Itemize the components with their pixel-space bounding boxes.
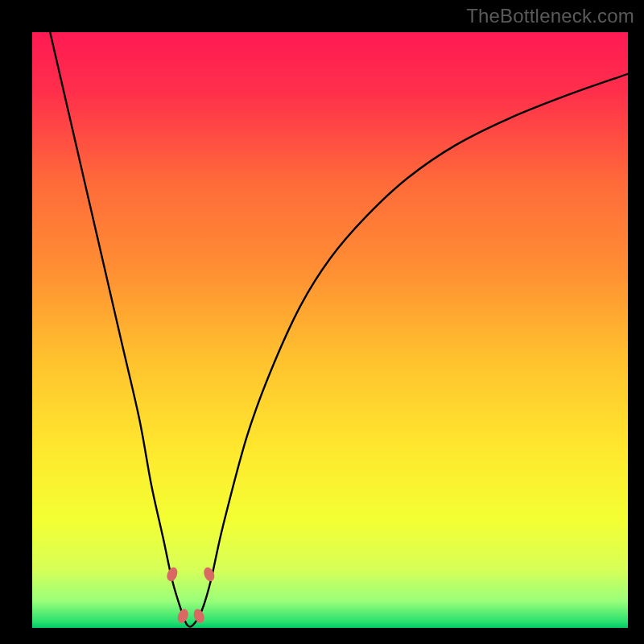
outer-frame: TheBottleneck.com [0, 0, 644, 644]
plot-area [32, 32, 628, 628]
marker-left-low [175, 608, 190, 625]
bottleneck-curve [50, 32, 628, 627]
marker-right-low [192, 608, 206, 625]
marker-left-high [165, 566, 180, 583]
curve-markers [165, 566, 217, 625]
curve-layer [32, 32, 628, 628]
watermark-text: TheBottleneck.com [466, 5, 634, 27]
